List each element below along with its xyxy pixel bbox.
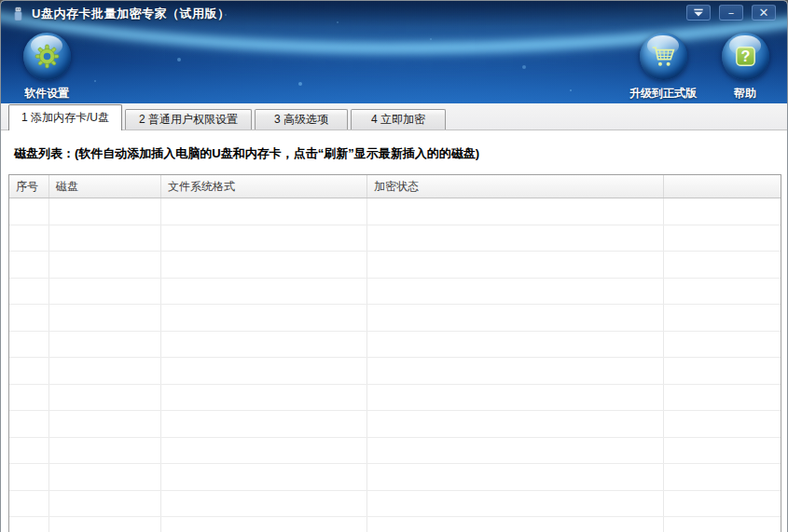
table-cell: [49, 225, 161, 252]
close-button[interactable]: ✕: [752, 5, 776, 20]
table-row: [9, 225, 781, 252]
tab-label: 2 普通用户权限设置: [139, 113, 238, 126]
table-cell: [664, 198, 781, 225]
window-title: U盘内存卡批量加密专家（试用版）: [32, 6, 229, 22]
table-cell: [367, 438, 664, 464]
table-cell: [367, 517, 664, 532]
table-cell: [9, 517, 49, 532]
table-cell: [664, 438, 781, 464]
title-bar: U盘内存卡批量加密专家（试用版） – ✕: [1, 1, 787, 27]
table-cell: [367, 225, 664, 252]
table-row: [9, 279, 781, 306]
table-row: [9, 252, 781, 279]
table-cell: [664, 464, 781, 490]
disk-table-body: [9, 198, 781, 532]
tab-user-permissions[interactable]: 2 普通用户权限设置: [125, 109, 252, 130]
table-cell: [9, 305, 49, 331]
table-cell: [367, 385, 664, 411]
table-cell: [161, 332, 367, 358]
tab-encrypt-now[interactable]: 4 立即加密: [351, 109, 446, 130]
skin-menu-button[interactable]: [686, 5, 711, 20]
table-cell: [9, 464, 49, 490]
table-cell: [9, 385, 49, 411]
table-cell: [49, 305, 161, 331]
column-header[interactable]: 磁盘: [49, 175, 161, 198]
table-cell: [161, 385, 367, 411]
table-cell: [367, 305, 664, 331]
table-cell: [49, 358, 161, 384]
help-label: 帮助: [734, 86, 756, 102]
table-cell: [161, 464, 367, 490]
table-cell: [9, 332, 49, 358]
software-settings-label: 软件设置: [24, 86, 69, 102]
table-cell: [9, 279, 49, 305]
help-button[interactable]: ? 帮助: [719, 33, 771, 102]
table-cell: [367, 252, 664, 278]
table-cell: [49, 491, 161, 517]
tab-label: 1 添加内存卡/U盘: [21, 111, 109, 124]
disk-list-label: 磁盘列表：(软件自动添加插入电脑的U盘和内存卡，点击“刷新”显示最新插入的的磁盘…: [14, 145, 479, 162]
upgrade-label: 升级到正式版: [629, 86, 697, 102]
table-cell: [49, 385, 161, 411]
window-controls: – ✕: [686, 5, 776, 20]
tab-advanced-options[interactable]: 3 高级选项: [255, 109, 348, 130]
table-cell: [367, 358, 664, 384]
tab-label: 4 立即加密: [371, 113, 425, 126]
table-cell: [9, 252, 49, 278]
table-row: [9, 517, 781, 532]
table-cell: [9, 411, 49, 437]
table-cell: [9, 225, 49, 252]
table-cell: [9, 358, 49, 384]
minimize-button[interactable]: –: [719, 5, 743, 20]
disk-table-header: 序号磁盘文件系统格式加密状态: [9, 175, 781, 198]
table-cell: [49, 438, 161, 464]
svg-text:?: ?: [740, 48, 750, 64]
column-header[interactable]: 加密状态: [367, 175, 664, 198]
table-row: [9, 411, 781, 438]
table-cell: [161, 411, 367, 437]
app-window: U盘内存卡批量加密专家（试用版） – ✕: [0, 0, 788, 532]
table-cell: [49, 198, 161, 225]
table-cell: [161, 225, 367, 252]
table-cell: [367, 279, 664, 305]
table-cell: [161, 279, 367, 305]
table-cell: [664, 225, 781, 252]
shopping-cart-icon: [640, 33, 687, 80]
table-row: [9, 438, 781, 465]
table-cell: [161, 491, 367, 517]
table-row: [9, 358, 781, 385]
table-row: [9, 385, 781, 412]
table-cell: [161, 517, 367, 532]
app-header: U盘内存卡批量加密专家（试用版） – ✕: [1, 1, 787, 103]
table-cell: [9, 198, 49, 225]
column-header[interactable]: [664, 175, 781, 198]
table-cell: [664, 332, 781, 358]
table-cell: [664, 491, 781, 517]
table-row: [9, 491, 781, 518]
table-cell: [49, 252, 161, 278]
tab-bar: 1 添加内存卡/U盘 2 普通用户权限设置 3 高级选项 4 立即加密: [1, 103, 787, 130]
table-cell: [161, 198, 367, 225]
software-settings-button[interactable]: 软件设置: [17, 33, 76, 102]
tab-panel-add-disk: 磁盘列表：(软件自动添加插入电脑的U盘和内存卡，点击“刷新”显示最新插入的的磁盘…: [1, 130, 787, 532]
table-cell: [49, 332, 161, 358]
table-cell: [367, 464, 664, 490]
table-row: [9, 305, 781, 332]
tab-add-disk[interactable]: 1 添加内存卡/U盘: [8, 104, 122, 130]
table-cell: [49, 517, 161, 532]
table-cell: [367, 198, 664, 225]
table-cell: [9, 491, 49, 517]
usb-drive-icon: [11, 7, 25, 21]
column-header[interactable]: 序号: [9, 175, 49, 198]
table-cell: [161, 252, 367, 278]
table-cell: [49, 279, 161, 305]
table-cell: [664, 411, 781, 437]
table-row: [9, 464, 781, 491]
table-cell: [161, 305, 367, 331]
table-cell: [367, 491, 664, 517]
table-cell: [161, 358, 367, 384]
tab-label: 3 高级选项: [274, 113, 328, 126]
upgrade-button[interactable]: 升级到正式版: [618, 33, 708, 102]
column-header[interactable]: 文件系统格式: [161, 175, 367, 198]
table-cell: [161, 438, 367, 464]
